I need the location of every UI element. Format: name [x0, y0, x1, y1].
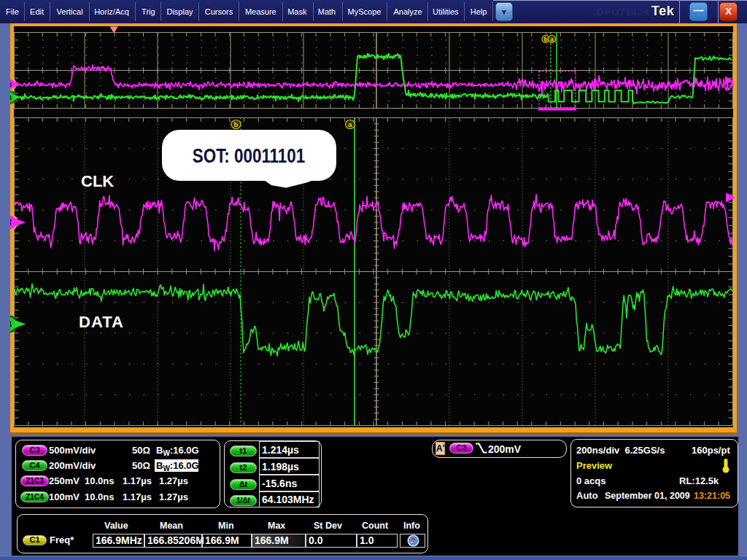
svg-text:b: b	[543, 36, 547, 43]
svg-text:?: ?	[411, 537, 416, 545]
svg-text:3: 3	[10, 81, 12, 88]
svg-text:3: 3	[10, 217, 12, 228]
svg-text:CLK: CLK	[81, 172, 114, 190]
svg-text:a: a	[348, 120, 352, 128]
svg-text:SOT: 00011101: SOT: 00011101	[193, 144, 305, 167]
svg-text:a: a	[550, 36, 554, 43]
svg-text:b: b	[234, 120, 239, 128]
svg-text:4: 4	[10, 94, 12, 101]
svg-text:DATA: DATA	[79, 313, 124, 331]
svg-text:4: 4	[10, 319, 12, 330]
